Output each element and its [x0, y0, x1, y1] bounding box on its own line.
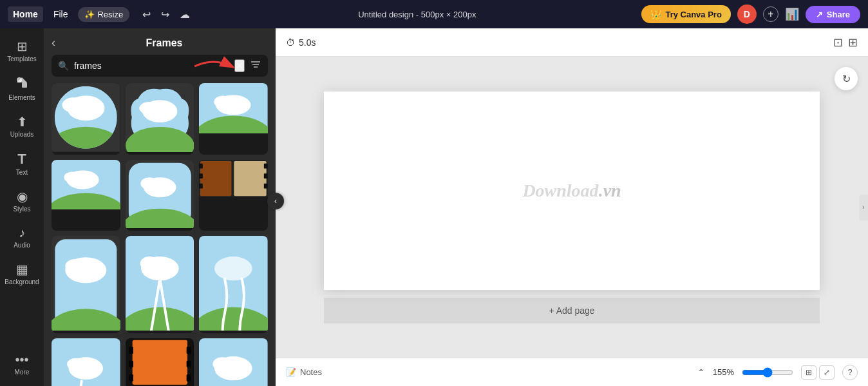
frame-thumb-portrait-lines[interactable] — [126, 236, 194, 333]
frame-thumb-filmstrip[interactable] — [199, 160, 268, 231]
frames-panel-title: Frames — [61, 37, 268, 49]
share-icon: ↗ — [816, 10, 823, 19]
sidebar-item-label: Templates — [7, 55, 37, 63]
svg-rect-1 — [22, 82, 27, 88]
frame-thumb-blob[interactable] — [126, 83, 194, 155]
search-clear-button[interactable]: ✕ — [234, 59, 245, 72]
sidebar-item-label: Styles — [13, 206, 30, 213]
svg-rect-34 — [199, 173, 203, 179]
canvas-frame[interactable]: Download.vn — [324, 92, 820, 290]
sidebar-item-elements[interactable]: Elements — [1, 70, 42, 106]
notes-icon: 📝 — [286, 367, 296, 377]
sidebar-item-more[interactable]: ••• More — [1, 347, 42, 381]
main-content: ⊞ Templates Elements ⬆ Uploads T Text ◉ … — [0, 28, 868, 386]
user-avatar[interactable]: D — [737, 5, 757, 24]
timer-badge: ⏱ 5.0s — [286, 37, 316, 48]
scroll-up-button[interactable]: ⌃ — [697, 367, 705, 378]
sidebar-item-text[interactable]: T Text — [1, 146, 42, 181]
svg-point-19 — [214, 95, 232, 108]
filter-icon — [250, 59, 261, 70]
frame-thumb-portrait-slim[interactable] — [52, 338, 120, 386]
audio-icon: ♪ — [19, 226, 25, 240]
svg-rect-37 — [264, 173, 268, 179]
sidebar-item-label: Uploads — [10, 131, 34, 138]
topbar-right: 👑 Try Canva Pro D + 📊 ↗ Share — [641, 5, 860, 24]
frames-panel: ‹ Frames 🔍 ✕ — [44, 28, 276, 386]
svg-point-46 — [140, 256, 158, 270]
sidebar-item-styles[interactable]: ◉ Styles — [1, 184, 42, 218]
svg-rect-32 — [234, 161, 267, 196]
try-canva-pro-button[interactable]: 👑 Try Canva Pro — [641, 5, 730, 23]
grid-view-button[interactable]: ⊞ — [801, 365, 816, 380]
bottom-right-tools: ⌃ 155% ⊞ ⤢ ? — [697, 365, 858, 380]
resize-button[interactable]: ✨ Resize — [78, 7, 129, 22]
svg-rect-63 — [186, 347, 191, 354]
home-button[interactable]: Home — [8, 6, 43, 22]
back-button[interactable]: ‹ — [52, 36, 55, 50]
fit-screen-button[interactable]: ⊡ — [833, 35, 843, 50]
frame-thumb-portrait-wavy[interactable] — [199, 236, 268, 333]
frame-thumb-wide[interactable] — [199, 83, 268, 155]
svg-rect-58 — [132, 340, 187, 385]
sidebar-item-label: More — [15, 369, 30, 376]
sidebar-item-background[interactable]: ▦ Background — [1, 256, 42, 291]
more-icon: ••• — [15, 352, 28, 367]
svg-point-28 — [140, 177, 158, 189]
bottom-bar: 📝 Notes ⌃ 155% ⊞ ⤢ ? — [276, 358, 868, 386]
canvas-area: ⏱ 5.0s ⊡ ⊞ Download.vn + Add page ↻ › 📝 — [276, 28, 868, 386]
frame-thumb-rounded-square[interactable] — [126, 160, 194, 231]
analytics-button[interactable]: 📊 — [785, 7, 799, 21]
frame-thumb-portrait-clouds[interactable] — [199, 338, 268, 386]
filter-button[interactable] — [250, 59, 261, 73]
timer-value: 5.0s — [299, 37, 316, 48]
resize-label: Resize — [97, 10, 123, 19]
share-button[interactable]: ↗ Share — [806, 6, 860, 23]
search-input[interactable] — [74, 61, 229, 71]
search-bar: 🔍 ✕ — [52, 55, 268, 77]
file-menu[interactable]: File — [53, 9, 68, 19]
frame-thumb-vertical-film[interactable] — [126, 338, 194, 386]
svg-rect-35 — [199, 184, 203, 189]
sidebar-item-templates[interactable]: ⊞ Templates — [1, 34, 42, 68]
add-page-button[interactable]: + Add page — [324, 298, 820, 323]
undo-button[interactable]: ↩ — [140, 6, 153, 23]
svg-point-15 — [139, 102, 159, 114]
notes-label: Notes — [300, 367, 322, 377]
svg-point-55 — [67, 358, 84, 371]
timer-icon: ⏱ — [286, 37, 295, 48]
canvas-watermark: Download.vn — [522, 180, 621, 201]
sidebar-item-uploads[interactable]: ⬆ Uploads — [1, 109, 42, 143]
frames-grid — [44, 83, 276, 386]
sidebar-item-label: Audio — [14, 242, 30, 249]
svg-point-51 — [214, 256, 252, 280]
uploads-icon: ⬆ — [17, 114, 28, 130]
zoom-level: 155% — [713, 367, 734, 377]
fullscreen-button[interactable]: ⤢ — [819, 365, 835, 380]
canvas-scroll[interactable]: Download.vn + Add page — [276, 57, 868, 358]
frame-thumb-portrait-rounded[interactable] — [52, 236, 120, 333]
svg-rect-61 — [129, 361, 133, 368]
cloud-save-button[interactable]: ☁ — [177, 6, 193, 23]
refresh-button[interactable]: ↻ — [835, 67, 858, 90]
sidebar-item-audio[interactable]: ♪ Audio — [1, 220, 42, 254]
sidebar-icons: ⊞ Templates Elements ⬆ Uploads T Text ◉ … — [0, 28, 44, 386]
add-collaborator-button[interactable]: + — [763, 6, 778, 22]
svg-point-23 — [64, 171, 80, 182]
zoom-slider[interactable] — [742, 367, 793, 378]
svg-rect-62 — [129, 374, 133, 381]
watermark-suffix: .vn — [599, 180, 621, 200]
svg-rect-36 — [264, 163, 268, 168]
notes-button[interactable]: 📝 Notes — [286, 367, 322, 377]
crown-icon: 👑 — [650, 9, 661, 19]
svg-rect-38 — [264, 184, 268, 189]
templates-icon: ⊞ — [17, 39, 28, 54]
frame-thumb-landscape[interactable] — [52, 160, 120, 231]
share-canvas-button[interactable]: ⊞ — [848, 35, 858, 50]
help-button[interactable]: ? — [842, 365, 858, 380]
right-panel-collapse[interactable]: › — [859, 195, 868, 220]
canvas-tools-right: ⊡ ⊞ — [833, 35, 858, 50]
topbar-center: Untitled design - 500px × 200px — [203, 10, 631, 19]
styles-icon: ◉ — [17, 189, 28, 204]
frame-thumb-circle[interactable] — [52, 83, 120, 155]
redo-button[interactable]: ↪ — [158, 6, 172, 23]
